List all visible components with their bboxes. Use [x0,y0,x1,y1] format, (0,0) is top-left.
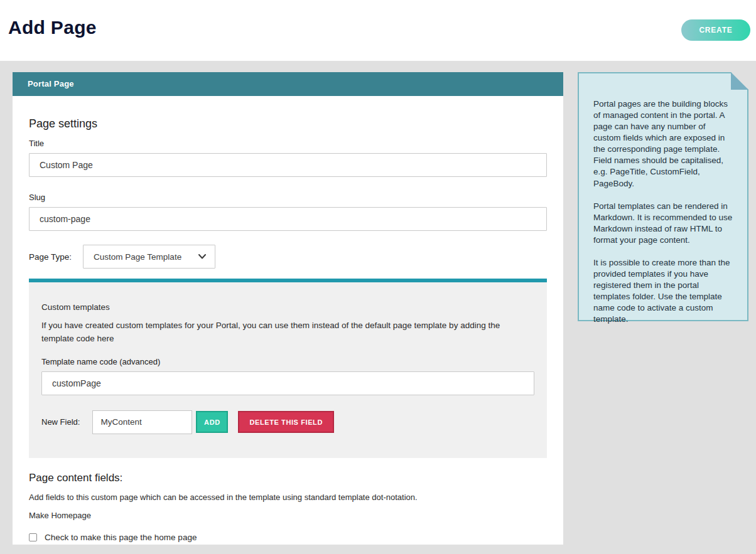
custom-templates-heading: Custom templates [41,302,534,312]
page-title: Add Page [8,17,97,38]
create-button[interactable]: CREATE [681,19,750,41]
slug-input[interactable] [29,207,547,231]
homepage-checkbox-row[interactable]: Check to make this page the home page [29,533,547,542]
template-code-input[interactable] [41,371,534,395]
chevron-down-icon [198,254,206,259]
title-label: Title [29,139,547,148]
custom-templates-section: Custom templates If you have created cus… [29,282,547,458]
info-paragraph: Portal pages are the building blocks of … [593,99,733,189]
page-type-select[interactable]: Custom Page Template [83,245,215,269]
new-field-label: New Field: [41,417,80,427]
info-paragraph: It is possible to create more than the p… [593,257,733,325]
template-code-label: Template name code (advanced) [41,357,534,366]
info-panel: Portal pages are the building blocks of … [578,72,748,321]
new-field-row: New Field: ADD DELETE THIS FIELD [41,410,534,434]
title-input[interactable] [29,153,547,177]
card-header: Portal Page [13,72,563,96]
portal-page-card: Portal Page Page settings Title Slug Pag… [13,72,563,545]
new-field-input[interactable] [92,410,192,434]
homepage-checkbox-label: Check to make this page the home page [45,533,197,542]
make-homepage-label: Make Homepage [29,511,547,520]
custom-templates-description: If you have created custom templates for… [41,319,534,346]
page-type-label: Page Type: [29,252,72,262]
page-settings-heading: Page settings [29,117,547,131]
top-header: Add Page CREATE [0,0,756,61]
add-field-button[interactable]: ADD [196,411,228,433]
delete-field-button[interactable]: DELETE THIS FIELD [238,411,334,433]
slug-label: Slug [29,193,547,202]
info-paragraph: Portal templates can be rendered in Mark… [593,201,733,246]
page-type-selected-value: Custom Page Template [94,252,181,262]
content-fields-description: Add fields to this custom page which can… [29,493,547,502]
page-type-row: Page Type: Custom Page Template [29,245,547,269]
card-body: Page settings Title Slug Page Type: Cust… [13,117,563,542]
content-fields-heading: Page content fields: [29,472,547,484]
homepage-checkbox[interactable] [29,533,37,541]
folded-corner [731,72,748,90]
